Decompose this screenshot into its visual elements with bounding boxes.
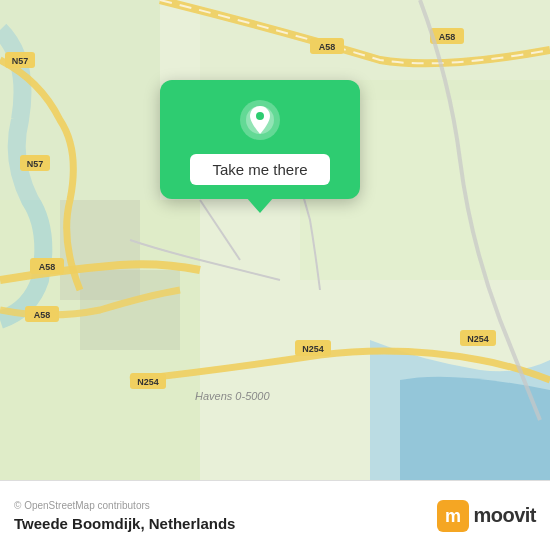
svg-text:A58: A58 (39, 262, 56, 272)
svg-text:N57: N57 (27, 159, 44, 169)
moovit-text: moovit (473, 504, 536, 527)
footer: © OpenStreetMap contributors Tweede Boom… (0, 480, 550, 550)
popup-card: Take me there (160, 80, 360, 199)
footer-left: © OpenStreetMap contributors Tweede Boom… (14, 500, 235, 532)
svg-point-28 (256, 112, 264, 120)
svg-text:m: m (445, 506, 461, 526)
attribution: © OpenStreetMap contributors (14, 500, 235, 511)
svg-text:Havens 0-5000: Havens 0-5000 (195, 390, 270, 402)
svg-text:A58: A58 (319, 42, 336, 52)
svg-text:A58: A58 (439, 32, 456, 42)
svg-text:N254: N254 (302, 344, 324, 354)
location-name: Tweede Boomdijk, Netherlands (14, 515, 235, 532)
map: A58 A58 N57 N57 A58 A58 N254 N254 N254 H… (0, 0, 550, 480)
svg-text:N254: N254 (137, 377, 159, 387)
svg-text:A58: A58 (34, 310, 51, 320)
moovit-logo: m moovit (437, 500, 536, 532)
moovit-icon: m (437, 500, 469, 532)
location-pin-icon (238, 98, 282, 142)
svg-text:N254: N254 (467, 334, 489, 344)
take-me-there-button[interactable]: Take me there (190, 154, 329, 185)
svg-text:N57: N57 (12, 56, 29, 66)
